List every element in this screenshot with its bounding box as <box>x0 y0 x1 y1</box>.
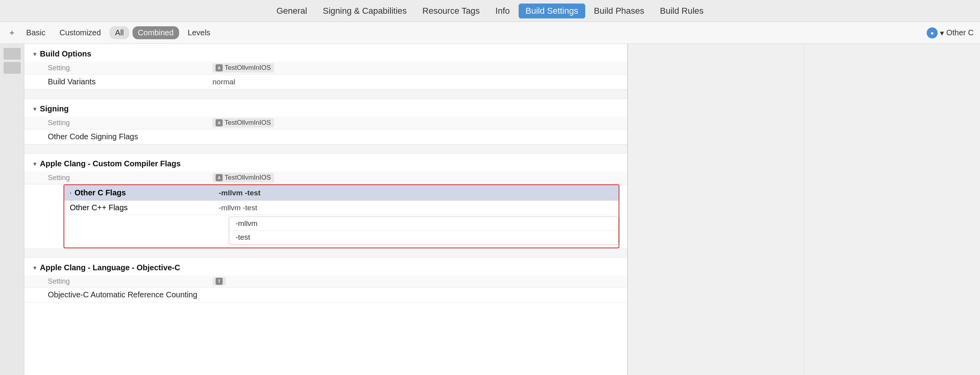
dropdown-item-mllvm[interactable]: -mllvm <box>229 217 618 231</box>
dropdown-item-test[interactable]: -test <box>229 231 618 244</box>
apple-clang-custom-target-name: TestOllvmInIOS <box>225 174 271 182</box>
top-navigation: General Signing & Capabilities Resource … <box>0 0 980 22</box>
apple-clang-objc-badge-icon: T <box>216 278 223 285</box>
signing-target-badge-icon: A <box>216 119 223 126</box>
filter-text: Other C <box>946 28 974 37</box>
apple-clang-objc-target-col: T <box>212 277 226 286</box>
other-code-signing-label: Other Code Signing Flags <box>48 132 212 141</box>
build-options-section: ▼ Build Options Setting A TestOllvmInIOS… <box>24 44 627 89</box>
build-variants-value: normal <box>212 78 235 86</box>
sidebar-item-2 <box>4 62 21 74</box>
build-options-target-name: TestOllvmInIOS <box>225 64 271 72</box>
divider-3 <box>24 248 627 258</box>
apple-clang-objc-title: Apple Clang - Language - Objective-C <box>40 263 180 272</box>
objc-arc-row[interactable]: Objective-C Automatic Reference Counting <box>24 288 627 302</box>
other-cpp-flags-value: -mllvm -test <box>219 204 257 212</box>
nav-resource-tags[interactable]: Resource Tags <box>416 4 487 18</box>
other-c-flags-value: -mllvm -test <box>219 189 261 197</box>
target-badge-icon: A <box>216 64 223 71</box>
apple-clang-custom-chevron: ▼ <box>32 161 38 167</box>
apple-clang-objc-table-header: Setting T <box>24 275 627 288</box>
signing-target-badge: A TestOllvmInIOS <box>212 118 274 127</box>
nav-info[interactable]: Info <box>488 4 517 18</box>
filter-icon: ● <box>927 27 938 38</box>
c-flags-dropdown: -mllvm -test <box>229 217 619 244</box>
divider-2 <box>24 144 627 154</box>
apple-clang-custom-setting-col: Setting <box>48 174 212 182</box>
other-cpp-flags-label: Other C++ Flags <box>70 203 128 212</box>
apple-clang-objc-setting-col: Setting <box>48 277 212 286</box>
apple-clang-custom-title: Apple Clang - Custom Compiler Flags <box>40 159 181 168</box>
nav-signing[interactable]: Signing & Capabilities <box>316 4 414 18</box>
other-cpp-flags-label-col: Other C++ Flags <box>70 203 219 212</box>
nav-build-phases[interactable]: Build Phases <box>587 4 651 18</box>
build-options-chevron: ▼ <box>32 51 38 57</box>
other-c-flags-row[interactable]: › Other C Flags -mllvm -test <box>64 185 619 201</box>
objc-arc-label: Objective-C Automatic Reference Counting <box>48 290 212 299</box>
nav-general[interactable]: General <box>269 4 314 18</box>
signing-section: ▼ Signing Setting A TestOllvmInIOS Other… <box>24 99 627 144</box>
other-code-signing-row[interactable]: Other Code Signing Flags <box>24 129 627 144</box>
build-options-setting-col: Setting <box>48 64 212 72</box>
combined-button[interactable]: Combined <box>132 26 179 39</box>
apple-clang-objc-target-badge: T <box>212 277 226 286</box>
build-options-target-col: A TestOllvmInIOS <box>212 63 274 73</box>
all-button[interactable]: All <box>109 26 129 39</box>
sidebar-item-1 <box>4 48 21 60</box>
filter-area: ● ▾ Other C <box>927 27 974 38</box>
signing-table-header: Setting A TestOllvmInIOS <box>24 117 627 129</box>
build-options-title: Build Options <box>40 49 91 58</box>
nav-build-rules[interactable]: Build Rules <box>653 4 711 18</box>
apple-clang-custom-section: ▼ Apple Clang - Custom Compiler Flags Se… <box>24 154 627 248</box>
build-options-header[interactable]: ▼ Build Options <box>24 44 627 62</box>
toolbar: + Basic Customized All Combined Levels ●… <box>0 22 980 44</box>
apple-clang-custom-target-badge: A TestOllvmInIOS <box>212 173 274 182</box>
signing-target-name: TestOllvmInIOS <box>225 119 271 127</box>
filter-dropdown-arrow[interactable]: ▾ <box>940 28 944 38</box>
apple-clang-custom-target-col: A TestOllvmInIOS <box>212 173 274 182</box>
right-panel <box>627 44 980 375</box>
build-options-table-header: Setting A TestOllvmInIOS <box>24 62 627 75</box>
expanded-container: › Other C Flags -mllvm -test Other C++ F… <box>24 184 627 248</box>
other-c-flags-label: Other C Flags <box>74 188 126 197</box>
add-button[interactable]: + <box>6 26 18 40</box>
levels-button[interactable]: Levels <box>182 26 216 39</box>
other-c-flags-expanded: › Other C Flags -mllvm -test Other C++ F… <box>64 184 619 248</box>
dropdown-list-container: -mllvm -test <box>64 215 619 248</box>
apple-clang-objc-chevron: ▼ <box>32 265 38 271</box>
apple-clang-custom-header[interactable]: ▼ Apple Clang - Custom Compiler Flags <box>24 154 627 171</box>
signing-chevron: ▼ <box>32 106 38 112</box>
divider-1 <box>24 89 627 99</box>
main-content: ▼ Build Options Setting A TestOllvmInIOS… <box>0 44 980 375</box>
apple-clang-objc-section: ▼ Apple Clang - Language - Objective-C S… <box>24 258 627 302</box>
settings-panel: ▼ Build Options Setting A TestOllvmInIOS… <box>24 44 627 375</box>
build-variants-label: Build Variants <box>48 77 212 86</box>
apple-clang-custom-badge-icon: A <box>216 174 223 181</box>
build-options-target-badge: A TestOllvmInIOS <box>212 63 274 73</box>
signing-title: Signing <box>40 104 69 113</box>
nav-build-settings[interactable]: Build Settings <box>519 4 586 18</box>
left-sidebar <box>0 44 24 375</box>
basic-button[interactable]: Basic <box>21 26 51 39</box>
customized-button[interactable]: Customized <box>54 26 107 39</box>
apple-clang-objc-header[interactable]: ▼ Apple Clang - Language - Objective-C <box>24 258 627 275</box>
other-cpp-flags-row[interactable]: Other C++ Flags -mllvm -test <box>64 201 619 215</box>
signing-target-col: A TestOllvmInIOS <box>212 118 274 127</box>
build-variants-row[interactable]: Build Variants normal <box>24 75 627 89</box>
signing-setting-col: Setting <box>48 119 212 127</box>
other-c-flags-label-col: › Other C Flags <box>70 188 219 197</box>
signing-header[interactable]: ▼ Signing <box>24 99 627 117</box>
other-c-flags-expand-chevron: › <box>70 190 71 196</box>
apple-clang-custom-table-header: Setting A TestOllvmInIOS <box>24 171 627 184</box>
